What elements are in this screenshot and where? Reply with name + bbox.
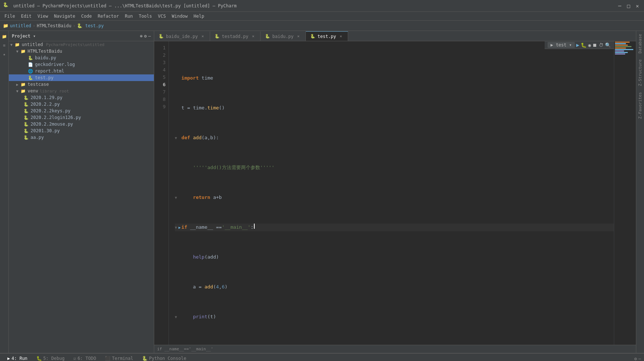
code-line-4: ▼ ▶ '''''add()方法需要两个参数''''' (175, 164, 614, 172)
menu-item-vcs[interactable]: VCS (155, 13, 169, 20)
root-folder-icon: 📁 (15, 42, 21, 47)
code-line-8: ▼ ▶ a = add(4,6) (175, 283, 614, 291)
tree-root[interactable]: ▼ 📁 untitled PycharmProjects\untitled (9, 41, 154, 48)
tab-terminal[interactable]: ⬛ Terminal (100, 354, 138, 361)
profile-button[interactable]: ⏱ (599, 42, 604, 48)
editor-breadcrumb: if __name__=='__main__' (154, 345, 636, 353)
collapse-icon[interactable]: — (148, 34, 151, 39)
op-comma: , (219, 283, 222, 291)
tree-report-html[interactable]: ▶ 🌐 report.html (9, 68, 154, 74)
tab-baidu-ide-close[interactable]: × (200, 34, 205, 39)
project-tree: ▼ 📁 untitled PycharmProjects\untitled ▼ … (9, 41, 154, 353)
tab-testadd-close[interactable]: × (251, 34, 256, 39)
tree-test-py[interactable]: ▶ 🐍 test.py (9, 74, 154, 81)
tab-debug[interactable]: 🐛 5: Debug (32, 354, 69, 361)
tab-baidu-ide[interactable]: 🐍 baidu_ide.py × (154, 31, 210, 41)
terminal-tab-icon: ⬛ (105, 356, 110, 361)
tree-baidu-py[interactable]: ▶ 🐍 baidu.py (9, 55, 154, 61)
tree-testcase[interactable]: ▶ 📁 testcase (9, 81, 154, 88)
fn-time: time (208, 104, 219, 112)
tree-venv[interactable]: ▼ 📁 venv library root (9, 88, 154, 94)
sidebar-database-label[interactable]: Database (637, 31, 644, 56)
baidu-py-icon: 🐍 (28, 56, 34, 60)
search-button[interactable]: 🔍 (605, 42, 611, 48)
tree-geckodriver[interactable]: ▶ 📄 geckodriver.log (9, 61, 154, 68)
tab-python-console[interactable]: 🐍 Python Console (138, 354, 191, 361)
tree-htmltestbaidu[interactable]: ▼ 📁 HTMLTestBaidu (9, 48, 154, 55)
run-tab-label: 4: Run (11, 356, 27, 361)
run-button[interactable]: ▶ (576, 42, 579, 48)
venv-name: venv (28, 88, 38, 94)
stop-button[interactable]: ⏹ (592, 42, 597, 48)
menu-item-view[interactable]: View (35, 13, 51, 20)
tree-2020-2-2keys[interactable]: 🐍 2020.2.2keys.py (9, 108, 154, 114)
2020-2-2login-icon: 🐍 (24, 115, 29, 120)
minimap-line-5 (615, 48, 626, 49)
tab-test[interactable]: 🐍 test.py × (306, 31, 348, 41)
todo-tab-label: 6: TODO (78, 356, 96, 361)
tree-aa-py[interactable]: 🐍 aa.py (9, 134, 154, 141)
tree-20201-30[interactable]: 🐍 20201.30.py (9, 127, 154, 134)
coverage-button[interactable]: ◉ (588, 42, 591, 48)
tab-baidu-label: baidu.py (272, 34, 294, 39)
activity-structure-icon[interactable]: ≡ (0, 41, 8, 49)
debug-button[interactable]: 🐛 (581, 42, 587, 48)
code-editor[interactable]: ▶ test ▾ ▶ 🐛 ◉ ⏹ ⏱ 🔍 1 2 3 4 5 6 7 8 9 (154, 41, 636, 345)
tab-baidu-close[interactable]: × (296, 34, 301, 39)
scope-icon[interactable]: ⊕ (140, 34, 142, 39)
menu-item-file[interactable]: File (1, 13, 18, 20)
menu-item-window[interactable]: Window (169, 13, 191, 20)
tab-testadd-icon: 🐍 (215, 34, 220, 39)
line-num-2: 2 (154, 52, 166, 59)
op-help-args: (add) (205, 253, 219, 261)
menu-item-run[interactable]: Run (122, 13, 136, 20)
activity-favorites-icon[interactable]: ★ (0, 50, 8, 58)
tab-testadd[interactable]: 🐍 testadd.py × (210, 31, 261, 41)
run-config-name[interactable]: ▶ test ▾ (548, 42, 575, 48)
tree-2020-1-29[interactable]: 🐍 2020.1.29.py (9, 94, 154, 101)
fold-3[interactable]: ▼ (175, 134, 177, 142)
sidebar-structure-label[interactable]: Z-Structure (637, 56, 644, 89)
fold-5[interactable]: ▼ (175, 194, 177, 201)
code-line-7: ▼ ▶ help(add) (175, 253, 614, 261)
fold-9[interactable]: ▼ (175, 313, 177, 321)
breadcrumb-folder[interactable]: HTMLTestBaidu (37, 23, 71, 28)
tab-run[interactable]: ▶ 4: Run (3, 354, 32, 361)
minimap-line-9 (615, 53, 625, 55)
nav-bar: 📁 untitled › HTMLTestBaidu › 🐍 test.py (0, 21, 644, 31)
bottom-settings-icon[interactable]: ⚙ (634, 356, 637, 361)
bottom-panel: ▶ 4: Run 🐛 5: Debug ☑ 6: TODO ⬛ Terminal… (0, 353, 644, 361)
tab-todo[interactable]: ☑ 6: TODO (69, 354, 100, 361)
breadcrumb-project[interactable]: untitled (10, 23, 31, 28)
fold-6[interactable]: ▼ (175, 224, 177, 231)
run-6[interactable]: ▶ (178, 224, 181, 231)
code-line-1: ▼ ▶ import time (175, 74, 614, 82)
minimap-line-4 (615, 46, 631, 47)
tree-2020-2-2[interactable]: 🐍 2020.2.2.py (9, 101, 154, 108)
menu-item-refactor[interactable]: Refactor (95, 13, 122, 20)
menu-item-navigate[interactable]: Navigate (51, 13, 78, 20)
menu-item-code[interactable]: Code (78, 13, 95, 20)
menu-item-help[interactable]: Help (191, 13, 207, 20)
minimize-button[interactable]: ─ (616, 2, 623, 10)
tree-2020-2-2mouse[interactable]: 🐍 2020.2.2mouse.py (9, 121, 154, 127)
sidebar-favorites-label[interactable]: Z-Favorites (637, 89, 644, 122)
line-num-3: 3 (154, 59, 166, 66)
close-button[interactable]: ✕ (634, 2, 641, 10)
maximize-button[interactable]: □ (625, 2, 632, 10)
tab-test-close[interactable]: × (338, 34, 343, 39)
menu-item-edit[interactable]: Edit (18, 13, 35, 20)
var-a-assign: a = (181, 283, 205, 291)
code-content[interactable]: ▼ ▶ import time ▼ ▶ t = time.time() ▼ ▶ … (169, 41, 614, 345)
line-num-5: 5 (154, 74, 166, 81)
aa-py-name: aa.py (31, 135, 44, 140)
menu-item-tools[interactable]: Tools (136, 13, 155, 20)
breadcrumb-file[interactable]: 🐍 test.py (77, 23, 104, 28)
tree-2020-2-2login[interactable]: 🐍 2020.2.2login126.py (9, 114, 154, 121)
op-paren: () (219, 104, 225, 112)
bottom-minimize-icon[interactable]: — (638, 356, 641, 361)
tab-baidu[interactable]: 🐍 baidu.py × (261, 31, 306, 41)
tab-bar: 🐍 baidu_ide.py × 🐍 testadd.py × 🐍 baidu.… (154, 31, 636, 41)
settings-icon[interactable]: ⚙ (144, 34, 147, 39)
activity-project-icon[interactable]: 📁 (0, 32, 8, 41)
